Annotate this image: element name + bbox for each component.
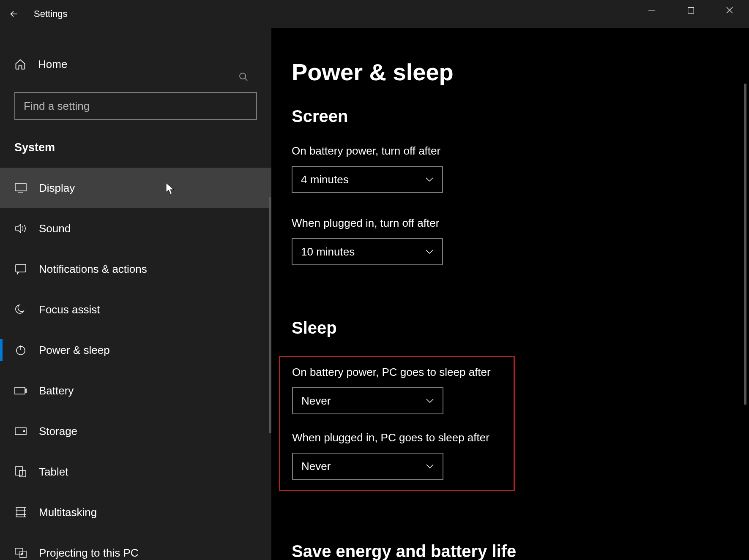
sidebar-item-tablet[interactable]: Tablet [0, 451, 271, 492]
svg-rect-4 [15, 184, 26, 191]
minimize-button[interactable] [632, 0, 671, 20]
sleep-plugged-label: When plugged in, PC goes to sleep after [292, 431, 502, 444]
home-icon [14, 58, 26, 70]
dropdown-value: 4 minutes [301, 173, 349, 186]
svg-rect-9 [15, 387, 25, 394]
search-wrap [14, 92, 257, 120]
svg-rect-13 [16, 467, 22, 475]
multitask-icon [14, 507, 27, 518]
sleep-battery-dropdown[interactable]: Never [292, 387, 443, 414]
sidebar-item-power-sleep[interactable]: Power & sleep [0, 330, 271, 370]
dropdown-value: 10 minutes [301, 245, 355, 258]
section-screen-heading: Screen [292, 107, 749, 126]
screen-plugged-label: When plugged in, turn off after [292, 217, 749, 230]
svg-rect-1 [688, 7, 694, 13]
minimize-icon [648, 7, 655, 14]
sidebar-item-label: Multitasking [39, 506, 97, 519]
sidebar-item-label: Sound [39, 222, 71, 235]
window-controls [632, 0, 749, 20]
sidebar-item-label: Display [39, 182, 75, 195]
sidebar-item-display[interactable]: Display [0, 168, 271, 208]
back-arrow-icon [8, 8, 19, 19]
svg-rect-10 [25, 389, 27, 392]
home-label: Home [38, 58, 67, 71]
sound-icon [14, 223, 27, 234]
sidebar-category: System [0, 120, 271, 168]
sleep-battery-label: On battery power, PC goes to sleep after [292, 366, 502, 379]
sidebar-item-label: Battery [39, 384, 74, 397]
sidebar-item-label: Power & sleep [39, 344, 110, 357]
sidebar-item-sound[interactable]: Sound [0, 208, 271, 249]
sidebar-item-label: Projecting to this PC [39, 546, 139, 560]
screen-plugged-dropdown[interactable]: 10 minutes [292, 238, 443, 265]
sidebar-item-storage[interactable]: Storage [0, 411, 271, 451]
sleep-highlight-box: On battery power, PC goes to sleep after… [279, 356, 515, 491]
dropdown-value: Never [301, 394, 331, 408]
section-energy-heading: Save energy and battery life [292, 542, 749, 560]
close-icon [726, 7, 733, 14]
chevron-down-icon [425, 249, 434, 254]
project-icon [14, 548, 27, 558]
back-button[interactable] [0, 0, 28, 28]
sidebar-item-label: Focus assist [39, 303, 100, 316]
screen-battery-dropdown[interactable]: 4 minutes [292, 166, 443, 193]
sleep-plugged-dropdown[interactable]: Never [292, 453, 443, 480]
sidebar-item-battery[interactable]: Battery [0, 370, 271, 411]
sidebar-item-focus-assist[interactable]: Focus assist [0, 289, 271, 330]
power-icon [14, 345, 27, 356]
nav-list: Display Sound Notifications & actions Fo… [0, 168, 271, 560]
sidebar: Home System Display Sound Notifications … [0, 28, 271, 560]
notification-icon [14, 264, 27, 275]
storage-icon [14, 427, 27, 435]
maximize-icon [688, 7, 694, 14]
maximize-button[interactable] [671, 0, 710, 20]
chevron-down-icon [425, 177, 434, 182]
sidebar-item-multitasking[interactable]: Multitasking [0, 492, 271, 533]
svg-rect-6 [16, 264, 26, 272]
battery-icon [14, 387, 27, 394]
screen-battery-label: On battery power, turn off after [292, 144, 749, 158]
page-title: Power & sleep [292, 58, 749, 86]
tablet-icon [14, 466, 27, 477]
search-input[interactable] [14, 92, 257, 120]
chevron-down-icon [426, 398, 434, 403]
dropdown-value: Never [301, 460, 331, 473]
titlebar: Settings [0, 0, 749, 28]
sidebar-item-label: Tablet [39, 465, 68, 478]
moon-icon [14, 304, 27, 315]
sidebar-item-label: Notifications & actions [39, 263, 147, 276]
sidebar-item-label: Storage [39, 425, 77, 438]
svg-point-12 [24, 431, 25, 432]
sidebar-item-projecting[interactable]: Projecting to this PC [0, 533, 271, 560]
main-content: Power & sleep Screen On battery power, t… [271, 28, 749, 560]
app-title: Settings [34, 8, 68, 19]
section-sleep-heading: Sleep [292, 318, 749, 337]
chevron-down-icon [426, 464, 434, 469]
main-scrollbar[interactable] [744, 84, 746, 405]
close-button[interactable] [710, 0, 749, 20]
sidebar-home[interactable]: Home [0, 50, 271, 79]
display-icon [14, 183, 27, 193]
sidebar-item-notifications[interactable]: Notifications & actions [0, 249, 271, 289]
